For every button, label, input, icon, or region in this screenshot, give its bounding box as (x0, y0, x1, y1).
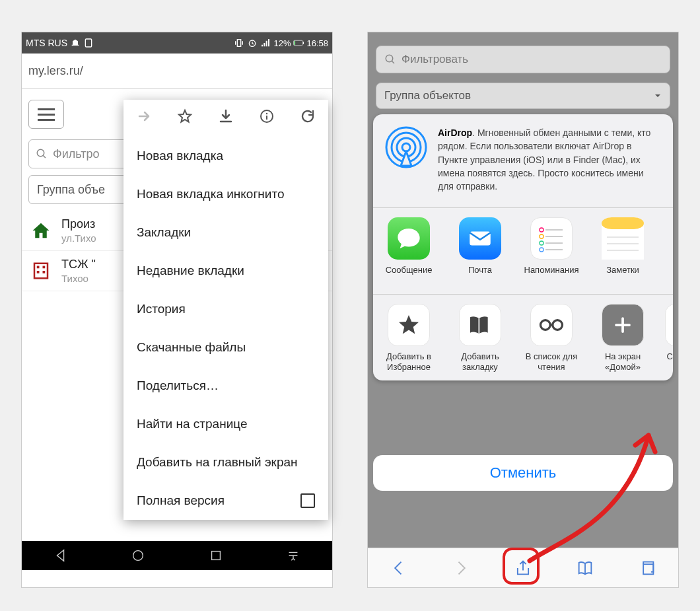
cancel-button[interactable]: Отменить (373, 455, 673, 491)
nav-drawer-icon[interactable] (286, 548, 300, 563)
mail-icon (459, 217, 501, 260)
carrier-label: MTS RUS (26, 38, 67, 48)
menu-new-tab[interactable]: Новая вкладка (123, 137, 328, 175)
alarm-icon (247, 38, 258, 48)
sim-icon (83, 38, 94, 48)
action-readinglist[interactable]: В список для чтения (516, 304, 587, 371)
svg-rect-26 (602, 229, 644, 260)
airdrop-icon (385, 126, 427, 168)
action-favorite[interactable]: Добавить в Избранное (373, 304, 444, 371)
svg-rect-4 (303, 42, 304, 44)
notes-icon (602, 217, 644, 260)
ios-group-label: Группа объектов (384, 89, 471, 102)
android-statusbar: MTS RUS 12% 16:58 (22, 32, 332, 54)
hamburger-button[interactable] (28, 100, 64, 129)
plus-icon (602, 304, 644, 346)
item-sub: ул.Тихо (61, 233, 96, 244)
svg-rect-9 (37, 271, 40, 273)
signal-icon (260, 38, 271, 48)
svg-rect-29 (643, 564, 653, 574)
menu-find[interactable]: Найти на странице (123, 405, 328, 443)
reload-icon[interactable] (300, 108, 316, 128)
download-icon[interactable] (218, 108, 234, 128)
item-sub: Тихоо (61, 273, 96, 284)
ios-filter-input[interactable]: Фильтровать (376, 46, 670, 73)
svg-point-24 (540, 248, 543, 252)
svg-point-27 (541, 320, 551, 330)
svg-rect-25 (602, 217, 644, 229)
share-actions-row[interactable]: Добавить в Избранное Добавить закладку В… (373, 294, 673, 380)
safari-forward-icon[interactable] (452, 559, 470, 577)
safari-bookmarks-icon[interactable] (576, 559, 594, 577)
menu-incognito[interactable]: Новая вкладка инкогнито (123, 175, 328, 213)
more-action-icon (665, 304, 673, 346)
menu-homescreen[interactable]: Добавить на главный экран (123, 443, 328, 482)
ios-group-select[interactable]: Группа объектов (376, 83, 670, 109)
menu-desktop[interactable]: Полная версия (123, 482, 328, 520)
menu-recent[interactable]: Недавние вкладки (123, 252, 328, 290)
android-screenshot: MTS RUS 12% 16:58 my.lers.ru/ Фильтро Гр… (21, 32, 333, 588)
menu-share[interactable]: Поделиться… (123, 367, 328, 405)
building-icon (30, 260, 52, 282)
house-icon (30, 219, 52, 242)
svg-rect-14 (211, 552, 220, 560)
star-icon[interactable] (177, 108, 193, 128)
nav-home-icon[interactable] (131, 548, 145, 563)
svg-rect-7 (37, 266, 40, 269)
svg-rect-20 (470, 232, 491, 246)
desktop-checkbox[interactable] (300, 493, 315, 508)
battery-icon (293, 38, 304, 48)
airdrop-text: AirDrop. Мгновенный обмен данными с теми… (438, 126, 661, 193)
nav-back-icon[interactable] (53, 548, 68, 563)
svg-rect-3 (295, 41, 296, 45)
svg-rect-10 (43, 271, 46, 273)
cancel-label: Отменить (490, 464, 557, 482)
safari-tabs-icon[interactable] (638, 559, 656, 577)
svg-point-23 (540, 241, 543, 245)
url-text: my.lers.ru/ (28, 64, 83, 78)
forward-icon[interactable] (136, 108, 152, 128)
time-label: 16:58 (306, 38, 328, 48)
menu-history[interactable]: История (123, 290, 328, 328)
info-icon[interactable] (259, 108, 275, 128)
share-app-more[interactable] (658, 217, 673, 285)
airdrop-section[interactable]: AirDrop. Мгновенный обмен данными с теми… (373, 114, 673, 207)
nav-recent-icon[interactable] (209, 548, 223, 563)
reminders-icon (530, 217, 573, 260)
safari-back-icon[interactable] (390, 559, 408, 577)
svg-point-28 (553, 320, 563, 330)
group-label: Группа объе (37, 183, 105, 197)
svg-point-13 (133, 551, 143, 561)
ios-filter-placeholder: Фильтровать (402, 53, 468, 66)
menu-downloads[interactable]: Скачанные файлы (123, 328, 328, 367)
hotspot-icon (70, 38, 81, 48)
menu-desktop-label: Полная версия (137, 493, 225, 508)
svg-point-19 (402, 143, 410, 151)
menu-bookmarks[interactable]: Закладки (123, 213, 328, 252)
battery-pct: 12% (273, 38, 291, 48)
filter-placeholder: Фильтро (53, 147, 99, 161)
annotation-arrow (520, 415, 665, 567)
search-icon (36, 148, 48, 160)
ios-screenshot: Фильтровать Группа объектов AirDrop. Мгн… (367, 32, 679, 588)
item-title: ТСЖ " (61, 258, 96, 271)
svg-rect-0 (85, 39, 91, 47)
svg-point-21 (540, 228, 543, 232)
share-app-reminders[interactable]: Напоминания (516, 217, 587, 285)
svg-point-22 (540, 234, 543, 238)
action-more[interactable]: Ск (658, 304, 673, 371)
svg-point-5 (37, 149, 44, 157)
action-homescreen[interactable]: На экран «Домой» (587, 304, 658, 371)
item-title: Произ (61, 217, 96, 231)
star-icon (388, 304, 430, 346)
share-app-notes[interactable]: Заметки (587, 217, 658, 285)
share-app-mail[interactable]: Почта (444, 217, 516, 285)
share-apps-row[interactable]: Сообщение Почта Напоминания (373, 207, 673, 294)
svg-rect-8 (43, 266, 46, 269)
share-app-messages[interactable]: Сообщение (373, 217, 444, 285)
url-bar[interactable]: my.lers.ru/ (22, 54, 332, 89)
svg-rect-6 (34, 264, 48, 279)
action-bookmark[interactable]: Добавить закладку (444, 304, 516, 371)
book-icon (459, 304, 501, 346)
android-navbar (22, 541, 332, 570)
